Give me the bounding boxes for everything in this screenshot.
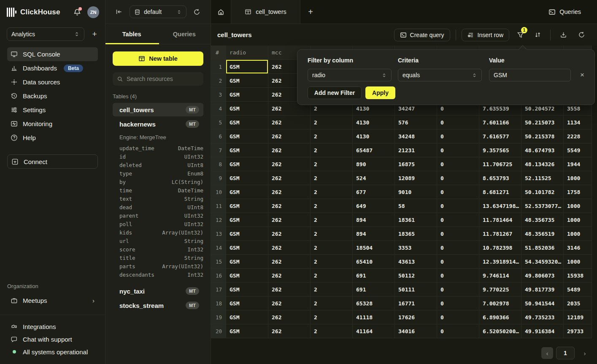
grid-cell[interactable]: 11.706725 — [479, 157, 521, 171]
grid-cell[interactable]: 7.616577 — [479, 129, 521, 143]
grid-cell[interactable]: 691 — [353, 283, 395, 297]
grid-cell[interactable]: 262 — [268, 241, 311, 255]
grid-cell[interactable]: 41118 — [353, 310, 395, 324]
grid-cell[interactable]: 49.735233 — [521, 310, 564, 324]
grid-cell[interactable]: 48.356735 — [521, 213, 564, 227]
grid-cell[interactable]: 0 — [437, 199, 479, 213]
grid-cell[interactable]: 4130 — [353, 116, 395, 129]
grid-cell[interactable]: 2 — [311, 283, 353, 297]
grid-cell[interactable]: 0 — [437, 227, 479, 241]
grid-cell[interactable]: 49.817739 — [521, 283, 564, 297]
grid-cell[interactable]: GSM — [226, 129, 268, 143]
grid-cell[interactable]: 890 — [353, 157, 395, 171]
grid-cell[interactable]: GSM — [226, 227, 268, 241]
grid-header-radio[interactable]: radio — [226, 46, 268, 60]
tab-cell-towers[interactable]: cell_towers — [231, 0, 300, 24]
grid-cell[interactable]: 691 — [353, 269, 395, 283]
grid-cell[interactable]: 5489 — [564, 283, 592, 297]
grid-cell[interactable]: 3353 — [395, 241, 437, 255]
grid-cell[interactable]: 50111 — [395, 283, 437, 297]
database-selector[interactable]: default — [130, 5, 186, 18]
grid-cell[interactable]: GSM — [226, 199, 268, 213]
previous-page-button[interactable]: ‹ — [541, 347, 553, 359]
grid-cell[interactable]: 6.890366 — [479, 310, 521, 324]
workspace-selector[interactable]: Analytics — [7, 27, 84, 41]
grid-cell[interactable]: 524 — [353, 171, 395, 185]
grid-cell[interactable]: 52.5373077… — [521, 199, 564, 213]
grid-cell[interactable]: 3146 — [564, 241, 592, 255]
grid-cell[interactable]: 0 — [437, 283, 479, 297]
grid-cell[interactable]: 0 — [437, 213, 479, 227]
grid-cell[interactable]: 48.674793 — [521, 143, 564, 157]
sidebar-item-meetups[interactable]: Meetups › — [7, 294, 98, 307]
grid-cell[interactable]: 50112 — [395, 269, 437, 283]
grid-cell[interactable]: 262 — [268, 227, 311, 241]
grid-cell[interactable]: GSM — [226, 269, 268, 283]
grid-cell[interactable]: 50.215073 — [521, 116, 564, 129]
grid-cell[interactable]: 0 — [437, 297, 479, 310]
grid-cell[interactable]: 12189 — [564, 310, 592, 324]
grid-cell[interactable]: 2 — [311, 297, 353, 310]
new-table-button[interactable]: New table — [113, 51, 203, 66]
grid-cell[interactable]: 2 — [311, 324, 353, 338]
filter-column-select[interactable]: radio — [308, 69, 392, 81]
grid-cell[interactable]: 1758 — [564, 185, 592, 199]
grid-cell[interactable]: 1000 — [564, 171, 592, 185]
grid-cell[interactable]: 262 — [268, 310, 311, 324]
grid-cell[interactable]: 9.357565 — [479, 143, 521, 157]
grid-cell[interactable]: 34016 — [395, 324, 437, 338]
grid-cell[interactable]: 0 — [437, 241, 479, 255]
tab-tables[interactable]: Tables — [105, 24, 158, 44]
grid-cell[interactable]: 1000 — [564, 213, 592, 227]
grid-cell[interactable]: 0 — [437, 269, 479, 283]
grid-cell[interactable]: 262 — [268, 171, 311, 185]
notifications-bell-icon[interactable] — [73, 8, 81, 16]
grid-cell[interactable]: 894 — [353, 227, 395, 241]
sidebar-item-system-status[interactable]: All systems operational — [7, 345, 98, 358]
grid-cell[interactable]: 2 — [311, 171, 353, 185]
grid-cell[interactable]: GSM — [226, 324, 268, 338]
next-page-button[interactable]: › — [579, 347, 591, 359]
grid-cell[interactable]: 262 — [268, 269, 311, 283]
grid-cell[interactable]: 21231 — [395, 143, 437, 157]
grid-cell[interactable]: GSM — [226, 88, 268, 102]
grid-cell[interactable]: 16771 — [395, 297, 437, 310]
refresh-tables-icon[interactable] — [193, 8, 200, 16]
grid-cell[interactable]: 11.781464 — [479, 213, 521, 227]
new-tab-button[interactable]: + — [300, 0, 321, 24]
grid-cell[interactable]: 65487 — [353, 143, 395, 157]
grid-cell[interactable]: GSM — [226, 297, 268, 310]
sort-button[interactable] — [530, 29, 545, 41]
grid-cell[interactable]: 2 — [311, 241, 353, 255]
grid-cell[interactable]: 1944 — [564, 157, 592, 171]
grid-cell[interactable]: 12.3918914… — [479, 255, 521, 269]
grid-cell[interactable]: 48.134326 — [521, 157, 564, 171]
grid-cell[interactable]: 2 — [311, 310, 353, 324]
grid-cell[interactable]: 894 — [353, 213, 395, 227]
grid-cell[interactable]: 8.653793 — [479, 171, 521, 185]
grid-cell[interactable]: 4130 — [353, 129, 395, 143]
refresh-data-button[interactable] — [574, 29, 589, 41]
grid-cell[interactable]: 262 — [268, 143, 311, 157]
grid-cell[interactable]: 649 — [353, 199, 395, 213]
connect-button[interactable]: Connect — [7, 154, 98, 169]
grid-cell[interactable]: 13.6347198… — [479, 199, 521, 213]
grid-cell[interactable]: 0 — [437, 185, 479, 199]
search-input[interactable] — [127, 75, 199, 82]
grid-cell[interactable]: 0 — [437, 157, 479, 171]
grid-cell[interactable]: GSM — [226, 255, 268, 269]
grid-cell[interactable]: 10.782398 — [479, 241, 521, 255]
grid-cell[interactable]: 262 — [268, 185, 311, 199]
grid-cell[interactable]: 7.002978 — [479, 297, 521, 310]
grid-cell[interactable]: 54.3459320… — [521, 255, 564, 269]
sidebar-item-sql-console[interactable]: SQL Console — [7, 47, 98, 61]
grid-cell[interactable]: GSM — [226, 185, 268, 199]
grid-cell[interactable]: 0 — [437, 255, 479, 269]
table-item-nyc-taxi[interactable]: nyc_taxi MT — [113, 284, 203, 298]
grid-cell[interactable]: 1000 — [564, 227, 592, 241]
grid-cell[interactable]: 2 — [311, 213, 353, 227]
grid-cell[interactable]: 29733 — [564, 324, 592, 338]
grid-cell[interactable]: 2 — [311, 255, 353, 269]
grid-cell[interactable]: 18365 — [395, 227, 437, 241]
grid-cell[interactable]: 18504 — [353, 241, 395, 255]
